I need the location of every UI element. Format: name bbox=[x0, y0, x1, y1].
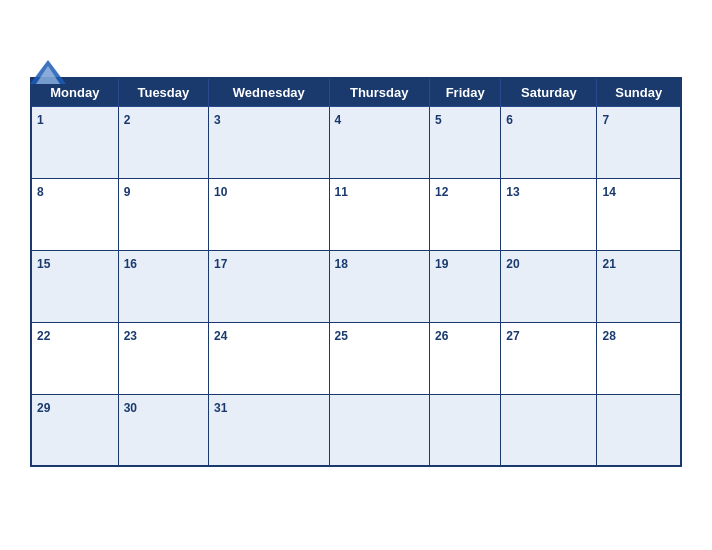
calendar-cell: 10 bbox=[209, 178, 329, 250]
day-number: 12 bbox=[435, 185, 448, 199]
calendar-cell: 24 bbox=[209, 322, 329, 394]
weekday-header-thursday: Thursday bbox=[329, 78, 429, 107]
calendar-cell: 31 bbox=[209, 394, 329, 466]
weekday-header-tuesday: Tuesday bbox=[118, 78, 208, 107]
weekday-header-sunday: Sunday bbox=[597, 78, 681, 107]
calendar-cell: 30 bbox=[118, 394, 208, 466]
day-number: 30 bbox=[124, 401, 137, 415]
generalblue-logo-icon bbox=[30, 60, 66, 84]
day-number: 24 bbox=[214, 329, 227, 343]
calendar-cell: 3 bbox=[209, 106, 329, 178]
calendar-cell bbox=[429, 394, 500, 466]
day-number: 26 bbox=[435, 329, 448, 343]
day-number: 27 bbox=[506, 329, 519, 343]
weekday-header-wednesday: Wednesday bbox=[209, 78, 329, 107]
day-number: 22 bbox=[37, 329, 50, 343]
day-number: 21 bbox=[602, 257, 615, 271]
calendar-week-row: 293031 bbox=[31, 394, 681, 466]
calendar-cell: 2 bbox=[118, 106, 208, 178]
day-number: 29 bbox=[37, 401, 50, 415]
day-number: 8 bbox=[37, 185, 44, 199]
calendar-cell: 8 bbox=[31, 178, 118, 250]
calendar-cell: 26 bbox=[429, 322, 500, 394]
calendar-cell: 13 bbox=[501, 178, 597, 250]
calendar-cell: 21 bbox=[597, 250, 681, 322]
calendar-cell: 6 bbox=[501, 106, 597, 178]
weekday-header-saturday: Saturday bbox=[501, 78, 597, 107]
weekday-header-row: MondayTuesdayWednesdayThursdayFridaySatu… bbox=[31, 78, 681, 107]
day-number: 3 bbox=[214, 113, 221, 127]
calendar-week-row: 891011121314 bbox=[31, 178, 681, 250]
calendar-cell: 22 bbox=[31, 322, 118, 394]
calendar-cell: 19 bbox=[429, 250, 500, 322]
calendar-cell: 11 bbox=[329, 178, 429, 250]
logo-area bbox=[30, 60, 66, 85]
calendar-cell: 16 bbox=[118, 250, 208, 322]
day-number: 23 bbox=[124, 329, 137, 343]
calendar-week-row: 22232425262728 bbox=[31, 322, 681, 394]
calendar-cell: 25 bbox=[329, 322, 429, 394]
calendar-week-row: 15161718192021 bbox=[31, 250, 681, 322]
day-number: 25 bbox=[335, 329, 348, 343]
day-number: 4 bbox=[335, 113, 342, 127]
calendar-cell: 29 bbox=[31, 394, 118, 466]
calendar-cell: 14 bbox=[597, 178, 681, 250]
calendar-table: MondayTuesdayWednesdayThursdayFridaySatu… bbox=[30, 77, 682, 468]
calendar-wrapper: MondayTuesdayWednesdayThursdayFridaySatu… bbox=[10, 63, 702, 488]
calendar-cell: 9 bbox=[118, 178, 208, 250]
calendar-cell: 1 bbox=[31, 106, 118, 178]
day-number: 10 bbox=[214, 185, 227, 199]
calendar-cell: 28 bbox=[597, 322, 681, 394]
day-number: 20 bbox=[506, 257, 519, 271]
day-number: 18 bbox=[335, 257, 348, 271]
calendar-cell bbox=[329, 394, 429, 466]
calendar-cell: 20 bbox=[501, 250, 597, 322]
weekday-header-friday: Friday bbox=[429, 78, 500, 107]
calendar-cell: 15 bbox=[31, 250, 118, 322]
day-number: 16 bbox=[124, 257, 137, 271]
day-number: 6 bbox=[506, 113, 513, 127]
day-number: 2 bbox=[124, 113, 131, 127]
calendar-cell bbox=[597, 394, 681, 466]
day-number: 1 bbox=[37, 113, 44, 127]
day-number: 13 bbox=[506, 185, 519, 199]
day-number: 15 bbox=[37, 257, 50, 271]
calendar-cell: 17 bbox=[209, 250, 329, 322]
day-number: 17 bbox=[214, 257, 227, 271]
day-number: 19 bbox=[435, 257, 448, 271]
day-number: 28 bbox=[602, 329, 615, 343]
calendar-week-row: 1234567 bbox=[31, 106, 681, 178]
calendar-cell: 18 bbox=[329, 250, 429, 322]
day-number: 14 bbox=[602, 185, 615, 199]
day-number: 31 bbox=[214, 401, 227, 415]
calendar-cell: 5 bbox=[429, 106, 500, 178]
day-number: 11 bbox=[335, 185, 348, 199]
calendar-cell: 4 bbox=[329, 106, 429, 178]
calendar-cell: 12 bbox=[429, 178, 500, 250]
calendar-cell bbox=[501, 394, 597, 466]
calendar-cell: 7 bbox=[597, 106, 681, 178]
calendar-cell: 23 bbox=[118, 322, 208, 394]
day-number: 5 bbox=[435, 113, 442, 127]
day-number: 7 bbox=[602, 113, 609, 127]
day-number: 9 bbox=[124, 185, 131, 199]
calendar-cell: 27 bbox=[501, 322, 597, 394]
